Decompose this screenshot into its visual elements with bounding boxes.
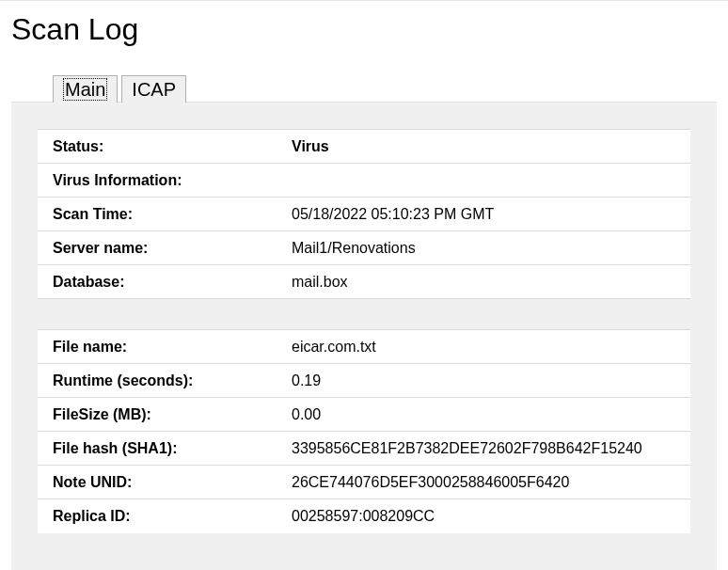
field-label-database: Database: <box>53 274 292 291</box>
tab-panel-main: Status: Virus Virus Information: Scan Ti… <box>11 102 717 570</box>
tab-strip: Main ICAP <box>11 73 717 102</box>
scan-log-page: Scan Log Main ICAP Status: Virus Virus I… <box>0 0 728 570</box>
field-value-scan-time: 05/18/2022 05:10:23 PM GMT <box>292 206 675 223</box>
table-row: Note UNID: 26CE744076D5EF3000258846005F6… <box>38 466 690 499</box>
page-title: Scan Log <box>11 12 728 47</box>
field-value-file-hash: 3395856CE81F2B7382DEE72602F798B642F15240 <box>292 440 675 457</box>
table-row: FileSize (MB): 0.00 <box>38 398 690 432</box>
field-label-runtime: Runtime (seconds): <box>53 372 292 389</box>
table-row: Runtime (seconds): 0.19 <box>38 364 690 398</box>
field-value-database: mail.box <box>292 274 675 291</box>
field-value-filesize: 0.00 <box>292 406 675 423</box>
table-row: Server name: Mail1/Renovations <box>38 231 690 265</box>
table-row: Virus Information: <box>38 164 690 198</box>
table-row: Database: mail.box <box>38 265 690 299</box>
field-label-status: Status: <box>53 138 292 155</box>
field-label-file-name: File name: <box>53 339 292 356</box>
field-label-server-name: Server name: <box>53 240 292 257</box>
table-section-spacer <box>38 299 690 330</box>
field-label-virus-info: Virus Information: <box>53 172 292 189</box>
field-value-note-unid: 26CE744076D5EF3000258846005F6420 <box>292 474 675 491</box>
table-row: File name: eicar.com.txt <box>38 330 690 364</box>
field-label-scan-time: Scan Time: <box>53 206 292 223</box>
table-row: Scan Time: 05/18/2022 05:10:23 PM GMT <box>38 198 690 231</box>
field-label-note-unid: Note UNID: <box>53 474 292 491</box>
table-row: Replica ID: 00258597:008209CC <box>38 499 690 533</box>
details-table: Status: Virus Virus Information: Scan Ti… <box>38 129 690 533</box>
tab-main[interactable]: Main <box>53 75 118 103</box>
field-value-replica-id: 00258597:008209CC <box>292 508 675 525</box>
field-value-status: Virus <box>292 138 675 155</box>
field-label-file-hash: File hash (SHA1): <box>53 440 292 457</box>
field-value-file-name: eicar.com.txt <box>292 339 675 356</box>
tab-icap[interactable]: ICAP <box>121 75 186 103</box>
tab-icap-label: ICAP <box>132 79 176 100</box>
field-value-runtime: 0.19 <box>292 372 675 389</box>
field-label-replica-id: Replica ID: <box>53 508 292 525</box>
table-row: Status: Virus <box>38 130 690 164</box>
tab-main-label: Main <box>63 78 107 101</box>
field-label-filesize: FileSize (MB): <box>53 406 292 423</box>
field-value-server-name: Mail1/Renovations <box>292 240 675 257</box>
table-row: File hash (SHA1): 3395856CE81F2B7382DEE7… <box>38 432 690 466</box>
